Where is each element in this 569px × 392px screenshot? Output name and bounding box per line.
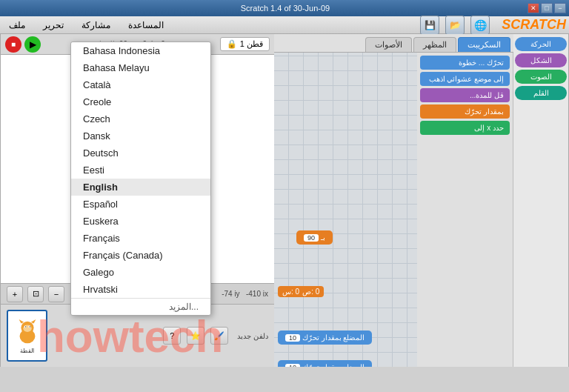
- blocks-palette: تحرّك ... خطوة إلى موضع عشوائي اذهب قل ل…: [417, 53, 513, 367]
- menu-help[interactable]: المساعدة: [122, 19, 170, 32]
- svg-point-25: [29, 326, 30, 327]
- scratch-logo: SCRATCH: [502, 17, 566, 33]
- sprite-name-box: قطن 1 🔒: [220, 37, 270, 51]
- category-looks[interactable]: الشكل: [515, 53, 567, 67]
- title-bar-controls[interactable]: ✕ □ −: [528, 3, 566, 13]
- open-button[interactable]: 📂: [445, 16, 465, 35]
- lang-espanol[interactable]: Español: [71, 196, 210, 213]
- tab-scripts[interactable]: السكريبت: [458, 37, 510, 52]
- x-coord: -74 iy: [222, 290, 239, 298]
- category-sound[interactable]: الصوت: [515, 70, 567, 84]
- svg-point-24: [24, 326, 25, 327]
- palette-move[interactable]: تحرّك ... خطوة: [420, 56, 510, 70]
- lang-francais[interactable]: Français: [71, 230, 210, 247]
- lang-english[interactable]: English: [71, 179, 210, 196]
- lang-bahasa-melayu[interactable]: Bahasa Melayu: [71, 59, 210, 76]
- lang-euskera[interactable]: Euskera: [71, 213, 210, 230]
- category-motion[interactable]: الحركة: [515, 37, 567, 51]
- zoom-out-button[interactable]: −: [48, 286, 64, 302]
- tab-sounds[interactable]: الأصوات: [365, 37, 412, 52]
- language-dropdown[interactable]: Bahasa Indonesia Bahasa Melayu Català Cr…: [70, 41, 211, 316]
- middle-area: السكريبت المظهر الأصوات تحرّك ... خطوة إ…: [274, 34, 513, 367]
- menu-file[interactable]: ملف: [3, 19, 31, 32]
- lang-dansk[interactable]: Dansk: [71, 127, 210, 144]
- tab-costumes[interactable]: المظهر: [413, 37, 456, 52]
- lang-catala[interactable]: Català: [71, 76, 210, 93]
- zoom-fit-button[interactable]: ⊡: [27, 286, 44, 302]
- save-button[interactable]: 💾: [420, 16, 439, 35]
- menu-share[interactable]: مشاركة: [76, 19, 116, 32]
- stop-button[interactable]: ■: [5, 36, 21, 53]
- lang-more[interactable]: ...المزيد: [71, 298, 210, 315]
- green-flag-button[interactable]: ▶: [24, 36, 41, 53]
- category-pen[interactable]: القلم: [515, 86, 567, 100]
- stage-coords: -74 iy -410 ix: [222, 290, 268, 298]
- sprite-label: القطة: [20, 348, 34, 354]
- svg-marker-19: [19, 319, 24, 323]
- script-area[interactable]: بـ 90 0 :ص 0 :س المضلع بمقدار تحرّك 10 ا…: [274, 53, 417, 367]
- lang-eesti[interactable]: Eesti: [71, 162, 210, 179]
- lang-francais-canada[interactable]: Français (Canada): [71, 247, 210, 264]
- script-block-counter[interactable]: 0 :ص 0 :س: [278, 286, 324, 297]
- svg-marker-20: [30, 319, 36, 323]
- svg-point-21: [23, 325, 31, 332]
- title-bar: ✕ □ − Scratch 1.4 of 30-Jun-09: [0, 0, 569, 16]
- new-sprite-label: دلفن جديد: [237, 332, 268, 340]
- language-button[interactable]: 🌐: [470, 16, 490, 35]
- lock-icon: 🔒: [227, 39, 237, 49]
- script-block-move2[interactable]: المضلع بمقدار تحرّك 10: [278, 360, 372, 367]
- window-title: Scratch 1.4 of 30-Jun-09: [43, 4, 528, 13]
- palette-say[interactable]: قل للمدة...: [420, 88, 510, 102]
- y-coord: -410 ix: [246, 290, 268, 298]
- palette-move2[interactable]: بمقدار تحرّك: [420, 104, 510, 119]
- lang-czech[interactable]: Czech: [71, 110, 210, 127]
- maximize-button[interactable]: □: [541, 3, 553, 13]
- zoom-in-button[interactable]: +: [7, 286, 23, 302]
- minimize-button[interactable]: −: [554, 3, 566, 13]
- sprite-thumbnail[interactable]: القطة: [7, 310, 47, 362]
- new-sprite-help-button[interactable]: ?: [163, 327, 181, 345]
- sprite-name: قطن 1: [240, 39, 263, 49]
- lang-hrvatski[interactable]: Hrvatski: [71, 281, 210, 298]
- palette-setx[interactable]: حدد x إلى: [420, 121, 510, 135]
- lang-bahasa-indonesia[interactable]: Bahasa Indonesia: [71, 42, 210, 59]
- new-sprite-paint-button[interactable]: 🖌️: [210, 327, 228, 345]
- tab-area: السكريبت المظهر الأصوات: [274, 34, 513, 53]
- script-block-rotate[interactable]: بـ 90: [296, 230, 333, 245]
- category-panel: الحركة الشكل الصوت القلم: [513, 34, 569, 367]
- new-sprite-star-button[interactable]: ⭐: [187, 327, 204, 345]
- lang-galego[interactable]: Galego: [71, 264, 210, 281]
- menu-bar: SCRATCH 🌐 📂 💾 المساعدة مشاركة تحرير ملف: [0, 16, 569, 34]
- lang-creole[interactable]: Creole: [71, 93, 210, 110]
- menu-edit[interactable]: تحرير: [37, 19, 70, 32]
- stage-bottom-controls: + ⊡ −: [7, 286, 64, 302]
- script-block-move1[interactable]: المضلع بمقدار تحرّك 10: [278, 330, 372, 345]
- palette-goto[interactable]: إلى موضع عشوائي اذهب: [420, 72, 510, 86]
- play-controls: ▶ ■: [5, 36, 41, 53]
- close-button[interactable]: ✕: [528, 3, 539, 13]
- lang-deutsch[interactable]: Deutsch: [71, 144, 210, 162]
